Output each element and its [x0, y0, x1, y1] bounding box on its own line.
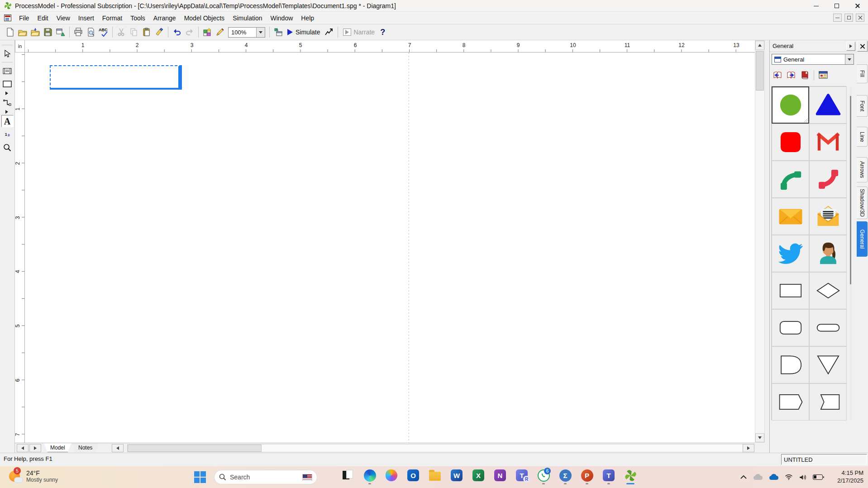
- teams-rooms-button[interactable]: TR: [514, 469, 529, 487]
- whatsapp-button[interactable]: 6: [536, 469, 551, 487]
- tray-chevron-icon[interactable]: [740, 475, 747, 479]
- volume-icon[interactable]: [799, 474, 807, 481]
- activity-tool[interactable]: [1, 65, 14, 77]
- hscroll-left-button[interactable]: [112, 444, 124, 452]
- shape-phone-green[interactable]: [772, 161, 809, 198]
- close-button[interactable]: [847, 0, 868, 12]
- redo-button[interactable]: [183, 26, 196, 38]
- shape-twitter-bird[interactable]: [772, 235, 809, 272]
- previous-gallery-button[interactable]: [772, 69, 783, 81]
- shape-envelope-closed[interactable]: [772, 198, 809, 235]
- shape-red-rounded-square[interactable]: [772, 124, 809, 161]
- undo-button[interactable]: [171, 26, 183, 38]
- taskbar-clock[interactable]: 4:15 PM 2/17/2025: [837, 469, 863, 484]
- shape-rectangle[interactable]: [772, 272, 809, 309]
- edge-button[interactable]: [362, 469, 377, 487]
- search-box[interactable]: Search: [214, 470, 317, 484]
- powerpoint-button[interactable]: P: [579, 469, 595, 487]
- panel-expand-button[interactable]: [846, 42, 855, 51]
- pencil-button[interactable]: [214, 26, 226, 38]
- vertical-scrollbar[interactable]: [755, 40, 765, 443]
- cut-button[interactable]: [115, 26, 128, 38]
- zoom-combo[interactable]: 100%: [228, 27, 265, 38]
- tab-notes[interactable]: Notes: [72, 443, 99, 452]
- tab-model[interactable]: Model: [44, 443, 72, 452]
- menu-window[interactable]: Window: [267, 13, 297, 24]
- print-button[interactable]: [72, 26, 85, 38]
- onedrive-icon[interactable]: [769, 474, 779, 480]
- shape-phone-red[interactable]: [809, 161, 847, 198]
- narrate-button[interactable]: Narrate: [340, 28, 377, 37]
- simulate-button[interactable]: Simulate: [285, 28, 323, 37]
- wifi-icon[interactable]: [785, 474, 793, 480]
- menu-model-objects[interactable]: Model Objects: [180, 13, 229, 24]
- child-restore-button[interactable]: [844, 14, 853, 22]
- outlook-button[interactable]: O: [405, 469, 421, 487]
- shape-gmail[interactable]: [809, 124, 847, 161]
- tab-arrows[interactable]: Arrows: [857, 157, 868, 182]
- menu-arrange[interactable]: Arrange: [149, 13, 180, 24]
- entity-tool[interactable]: [1, 78, 14, 90]
- hscroll-right-button[interactable]: [743, 444, 754, 452]
- gallery-book-button[interactable]: [799, 69, 811, 81]
- print-preview-button[interactable]: [85, 26, 97, 38]
- pointer-tool[interactable]: [1, 48, 14, 60]
- scroll-down-button[interactable]: [755, 433, 764, 442]
- copilot-button[interactable]: [384, 469, 399, 487]
- maximize-button[interactable]: [826, 0, 847, 12]
- menu-simulation[interactable]: Simulation: [229, 13, 266, 24]
- horizontal-scroll-thumb[interactable]: [128, 445, 262, 452]
- shape-envelope-open[interactable]: [809, 198, 847, 235]
- task-view-button[interactable]: [340, 469, 356, 487]
- onenote-button[interactable]: N: [492, 469, 508, 487]
- gallery-scroll-thumb[interactable]: [850, 96, 851, 284]
- scenarios-button[interactable]: [201, 26, 214, 38]
- copy-button[interactable]: [128, 26, 140, 38]
- menu-insert[interactable]: Insert: [74, 13, 98, 24]
- publish-button[interactable]: [54, 26, 67, 38]
- panel-close-button[interactable]: [857, 41, 868, 52]
- horizontal-scrollbar[interactable]: [127, 444, 744, 452]
- numbering-tool[interactable]: 13: [1, 128, 14, 140]
- tab-general[interactable]: General: [857, 221, 868, 257]
- format-painter-button[interactable]: [153, 26, 166, 38]
- help-button[interactable]: ?: [377, 28, 388, 37]
- shape-chevron-rectangle[interactable]: [809, 383, 847, 421]
- paste-button[interactable]: [140, 26, 153, 38]
- word-button[interactable]: W: [449, 469, 464, 487]
- processmodel-taskbar-button[interactable]: [623, 469, 638, 487]
- battery-icon[interactable]: [813, 474, 823, 480]
- tab-fill[interactable]: Fill: [857, 64, 868, 83]
- new-button[interactable]: [4, 26, 16, 38]
- model-objects-window-button[interactable]: [272, 26, 285, 38]
- properties-window-button[interactable]: [817, 69, 829, 81]
- sigma-app-button[interactable]: Σ: [558, 469, 573, 487]
- tab-scroll-right-button[interactable]: [29, 444, 41, 452]
- file-explorer-button[interactable]: [427, 469, 443, 487]
- spellcheck-button[interactable]: ABC: [97, 26, 110, 38]
- shape-set-dropdown-button[interactable]: [845, 54, 854, 64]
- shape-inverted-triangle[interactable]: [809, 346, 847, 383]
- teams-button[interactable]: T: [601, 469, 616, 487]
- shape-blue-triangle[interactable]: [809, 86, 847, 124]
- cloud-icon[interactable]: [753, 474, 763, 480]
- open-button[interactable]: [16, 26, 29, 38]
- child-close-button[interactable]: [856, 14, 864, 22]
- tab-line[interactable]: Line: [857, 127, 868, 147]
- next-gallery-button[interactable]: [785, 69, 797, 81]
- tab-shadow3d[interactable]: Shadow/3D: [857, 187, 868, 219]
- menu-edit[interactable]: Edit: [33, 13, 52, 24]
- shape-diamond[interactable]: [809, 272, 847, 309]
- shape-pointed-rectangle[interactable]: [772, 383, 809, 421]
- scroll-up-button[interactable]: [755, 41, 764, 50]
- connector-tool[interactable]: [1, 96, 14, 109]
- menu-format[interactable]: Format: [98, 13, 126, 24]
- weather-widget[interactable]: 5 24°F Mostly sunny: [8, 469, 58, 483]
- save-button[interactable]: [42, 26, 54, 38]
- zoom-dropdown-button[interactable]: [256, 28, 265, 37]
- shape-delay[interactable]: [772, 346, 809, 383]
- shape-rounded-rectangle[interactable]: [772, 309, 809, 346]
- text-tool[interactable]: A: [1, 115, 14, 127]
- start-button[interactable]: [194, 471, 206, 483]
- excel-button[interactable]: X: [471, 469, 486, 487]
